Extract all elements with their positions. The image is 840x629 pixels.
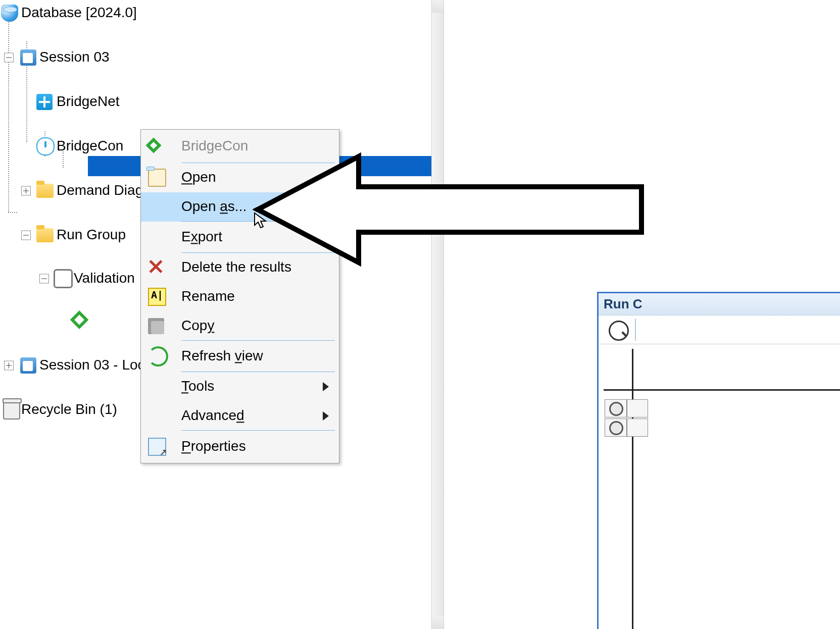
delete-icon xyxy=(148,259,164,276)
menu-item-properties[interactable]: Properties xyxy=(141,431,339,463)
refresh-icon xyxy=(148,346,168,366)
database-icon xyxy=(1,5,18,22)
menu-item-advanced[interactable]: Advanced xyxy=(141,401,339,431)
run-panel: Run C xyxy=(597,292,840,629)
tree-node-database[interactable]: Database [2024.0] xyxy=(0,2,431,24)
scrollbar-button-down-icon[interactable] xyxy=(432,616,443,629)
tree-label: Session 03 - Lock xyxy=(39,357,152,373)
menu-label: Delete the results xyxy=(181,259,291,275)
grid-cell[interactable] xyxy=(605,399,627,417)
session-icon xyxy=(20,357,36,374)
menu-item-open-as[interactable]: Open as... xyxy=(141,192,339,222)
grid-cell[interactable] xyxy=(627,399,648,417)
grid-knob-icon xyxy=(609,421,623,435)
run-panel-toolbar xyxy=(599,316,840,344)
tree-label: BridgeC xyxy=(92,313,143,329)
menu-label: Copy xyxy=(181,318,214,334)
collapse-toggle-icon[interactable] xyxy=(4,53,14,63)
menu-header-label: BridgeCon xyxy=(181,138,248,154)
tree-node-bridgenet[interactable]: BridgeNet xyxy=(0,91,431,113)
menu-label: Advanced xyxy=(181,407,244,424)
context-menu: BridgeCon Open Open as... Export Delete … xyxy=(140,129,339,463)
folder-icon xyxy=(36,184,54,198)
menu-header: BridgeCon xyxy=(141,130,339,163)
vertical-scrollbar[interactable] xyxy=(431,0,444,629)
expand-toggle-icon[interactable] xyxy=(4,361,14,371)
properties-icon xyxy=(148,438,166,456)
folder-icon xyxy=(36,228,54,242)
tree-label: Session 03 xyxy=(39,49,110,65)
tree-label: Database [2024.0] xyxy=(21,5,137,21)
open-icon xyxy=(148,169,166,187)
validation-run-icon xyxy=(54,269,73,288)
submenu-arrow-icon xyxy=(323,411,329,421)
recycle-bin-icon xyxy=(3,400,20,420)
tree-label: Recycle Bin (1) xyxy=(21,401,117,417)
menu-item-open[interactable]: Open xyxy=(141,163,339,192)
bridgecon-icon xyxy=(36,137,55,155)
zoom-icon[interactable] xyxy=(609,321,629,341)
submenu-arrow-icon xyxy=(323,382,329,391)
bridgenet-icon xyxy=(36,94,53,110)
collapse-toggle-icon[interactable] xyxy=(21,231,31,240)
chart-axis-horizontal xyxy=(604,389,840,391)
menu-label: Refresh view xyxy=(181,348,263,364)
menu-item-export[interactable]: Export xyxy=(141,222,339,253)
grid-knob-icon xyxy=(609,402,623,416)
chart-axis-vertical xyxy=(632,349,633,629)
expand-toggle-icon[interactable] xyxy=(21,186,31,196)
copy-icon xyxy=(148,318,164,334)
grid-cell[interactable] xyxy=(605,418,627,437)
session-icon xyxy=(20,49,36,66)
menu-item-refresh-view[interactable]: Refresh view xyxy=(141,341,339,372)
tree-label: Validation xyxy=(74,270,135,286)
menu-item-rename[interactable]: A| Rename xyxy=(141,282,339,311)
menu-label: Open xyxy=(181,169,216,185)
menu-label: Tools xyxy=(181,378,214,394)
menu-item-tools[interactable]: Tools xyxy=(141,372,339,401)
collapse-toggle-icon[interactable] xyxy=(39,274,49,284)
menu-item-delete-results[interactable]: Delete the results xyxy=(141,253,339,282)
tree-guideline xyxy=(8,212,17,213)
tree-label: Run Group xyxy=(57,227,126,243)
tree-label: BridgeNet xyxy=(57,93,120,110)
tree-label: BridgeCon xyxy=(57,138,123,154)
diamond-icon xyxy=(145,137,161,153)
diamond-icon xyxy=(70,310,89,329)
tree-node-session[interactable]: Session 03 xyxy=(0,46,431,69)
menu-item-copy[interactable]: Copy xyxy=(141,311,339,341)
menu-label: Export xyxy=(181,229,222,245)
grid-cell[interactable] xyxy=(627,418,648,437)
run-panel-title: Run C xyxy=(599,293,840,316)
toolbar-separator xyxy=(635,319,636,341)
menu-label: Rename xyxy=(181,288,235,304)
menu-label: Open as... xyxy=(181,198,246,215)
scrollbar-button-up-icon[interactable] xyxy=(432,0,443,13)
rename-icon: A| xyxy=(148,288,166,306)
menu-label: Properties xyxy=(181,438,246,454)
